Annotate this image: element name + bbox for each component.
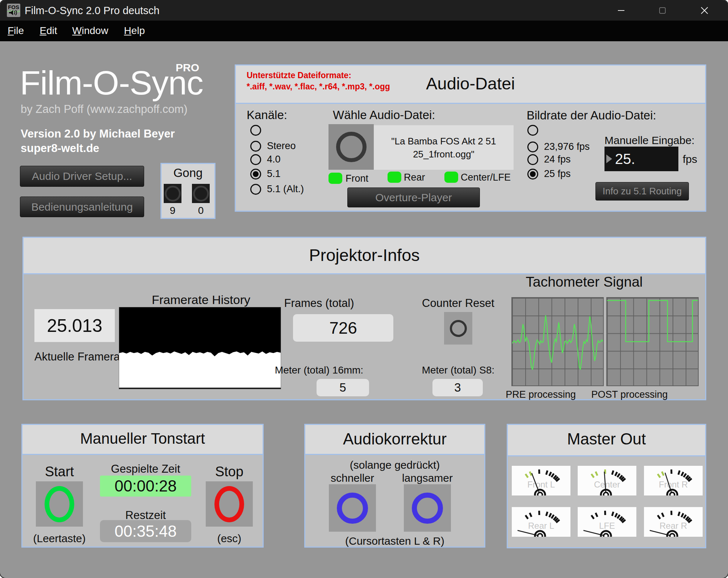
channels-label: Kanäle: — [247, 108, 287, 122]
manual-button[interactable]: Bedienungsanleitung — [20, 197, 144, 217]
counter-reset-label: Counter Reset — [400, 297, 516, 310]
start-label: Start — [36, 464, 83, 480]
master-out-title: Master Out — [508, 430, 705, 448]
tonstart-title: Manueller Tonstart — [22, 430, 263, 447]
button-ring-icon — [336, 132, 367, 162]
stop-button[interactable] — [206, 481, 253, 527]
frames-total-label: Frames (total) — [265, 297, 373, 310]
counter-reset-button[interactable] — [444, 312, 472, 345]
rear-indicator-label: Rear — [404, 172, 425, 183]
start-button[interactable] — [36, 481, 83, 527]
radio-channel-5-1-alt[interactable]: 5.1 (Alt.) — [250, 183, 304, 195]
minimize-button[interactable] — [613, 3, 629, 18]
radio-fps-blank[interactable] — [527, 125, 544, 136]
menu-window[interactable]: Window — [72, 25, 108, 37]
knob-ring-icon — [193, 186, 209, 202]
played-time-label: Gespielte Zeit — [100, 463, 191, 476]
audiokorrektur-header: Audiokorrektur — [305, 425, 484, 455]
played-time-display: 00:00:28 — [100, 476, 191, 497]
projector-info-panel: Projektor-Infos Framerate History 25.013… — [22, 237, 706, 400]
audio-driver-setup-button[interactable]: Audio Driver Setup... — [20, 166, 144, 187]
faster-button[interactable] — [329, 484, 376, 532]
gong-knob-1[interactable] — [164, 184, 181, 203]
audiokorrektur-title: Audiokorrektur — [305, 430, 484, 448]
svg-text:Center: Center — [594, 480, 620, 489]
stop-key-hint: (esc) — [206, 532, 253, 545]
cursor-keys-hint: (Cursortasten L & R) — [305, 535, 484, 547]
vu-meter-rear-r: Rear R — [644, 507, 703, 537]
maximize-icon — [658, 7, 666, 14]
app-window: FOS Film-O-Sync 2.0 Pro deutsch File Edi… — [0, 0, 728, 578]
current-framerate-display: 25.013 — [34, 309, 115, 342]
radio-label: 5.1 (Alt.) — [267, 183, 304, 195]
stop-ring-icon — [214, 486, 244, 522]
tacho-post-scope — [606, 297, 699, 386]
projector-info-title: Projektor-Infos — [24, 245, 705, 265]
radio-channel-5-1[interactable]: 5.1 — [250, 168, 281, 180]
radio-icon — [527, 142, 538, 152]
overture-player-button[interactable]: Overture-Player — [347, 187, 480, 207]
radio-label: 25 fps — [544, 168, 571, 180]
rest-time-display: 00:35:48 — [100, 520, 191, 542]
maximize-button[interactable] — [654, 3, 671, 18]
menu-file[interactable]: File — [8, 25, 24, 37]
radio-fps-23-976[interactable]: 23,976 fps — [527, 141, 590, 152]
meter-s8-value: 3 — [432, 379, 483, 396]
svg-text:Front L: Front L — [527, 480, 555, 489]
radio-icon — [250, 169, 261, 180]
close-button[interactable] — [696, 3, 713, 18]
file-select-button[interactable] — [329, 124, 374, 170]
tachometer-title: Tachometer Signal — [494, 274, 675, 290]
menu-bar: File Edit Window Help — [0, 21, 728, 41]
slower-button[interactable] — [404, 484, 451, 532]
audio-file-title: Audio-Datei — [236, 73, 705, 93]
radio-label: 4.0 — [267, 154, 281, 165]
vu-meter-lfe: LFE — [578, 507, 636, 537]
front-indicator — [329, 173, 342, 184]
svg-text:LFE: LFE — [599, 521, 615, 531]
menu-help[interactable]: Help — [124, 25, 145, 37]
center-lfe-indicator — [444, 172, 458, 183]
framerate-history-label: Framerate History — [130, 293, 272, 307]
radio-fps-24[interactable]: 24 fps — [527, 154, 571, 165]
manual-entry-label: Manuelle Eingabe: — [604, 134, 695, 147]
stop-label: Stop — [206, 464, 253, 480]
tonstart-panel: Manueller Tonstart Start (Leertaste) Ges… — [21, 424, 264, 548]
slower-ring-icon — [412, 493, 443, 524]
radio-fps-25[interactable]: 25 fps — [527, 168, 571, 180]
framerate-label: Bildrate der Audio-Datei: — [527, 109, 656, 122]
channels-radio-group: Stereo 4.0 5.1 5.1 (Alt.) — [250, 125, 334, 197]
slower-label: langsamer — [391, 472, 464, 484]
routing-info-button[interactable]: Info zu 5.1 Routing — [595, 182, 689, 201]
filename-display[interactable]: "La Bamba FOS Akt 2 51 25_1front.ogg" — [374, 125, 514, 170]
menu-edit[interactable]: Edit — [40, 25, 57, 37]
radio-icon — [527, 154, 538, 165]
hold-hint: (solange gedrückt) — [305, 459, 484, 471]
manual-fps-input[interactable]: 25. — [604, 147, 678, 171]
knob-ring-icon — [165, 186, 181, 202]
gong-knob-2[interactable] — [192, 184, 210, 203]
svg-text:Rear R: Rear R — [660, 521, 687, 531]
master-out-panel: Master Out Front L Center Front R Rear L… — [507, 424, 706, 548]
faster-ring-icon — [337, 493, 368, 524]
stepper-arrow-icon — [606, 155, 612, 163]
radio-label: Stereo — [267, 140, 296, 152]
vu-meter-front-l: Front L — [512, 466, 570, 495]
radio-channel-stereo[interactable]: Stereo — [250, 140, 296, 152]
framerate-radio-group: 23,976 fps 24 fps 25 fps — [527, 125, 611, 186]
gong-title: Gong — [162, 166, 214, 180]
rear-indicator — [388, 172, 401, 183]
radio-channel-4-0[interactable]: 4.0 — [250, 154, 281, 165]
svg-text:Front R: Front R — [659, 480, 688, 489]
tacho-pre-scope — [511, 297, 604, 386]
version-line2: super8-welt.de — [21, 142, 99, 155]
front-indicator-label: Front — [346, 173, 368, 184]
vu-meter-rear-l: Rear L — [512, 507, 570, 537]
window-title: Film-O-Sync 2.0 Pro deutsch — [25, 5, 159, 17]
file-select-label: Wähle Audio-Datei: — [333, 108, 435, 122]
radio-channel-blank[interactable] — [250, 125, 267, 136]
radio-icon — [527, 169, 538, 180]
frames-total-value: 726 — [293, 314, 393, 342]
gong-panel: Gong 9 0 — [160, 163, 216, 219]
start-key-hint: (Leertaste) — [27, 532, 92, 545]
